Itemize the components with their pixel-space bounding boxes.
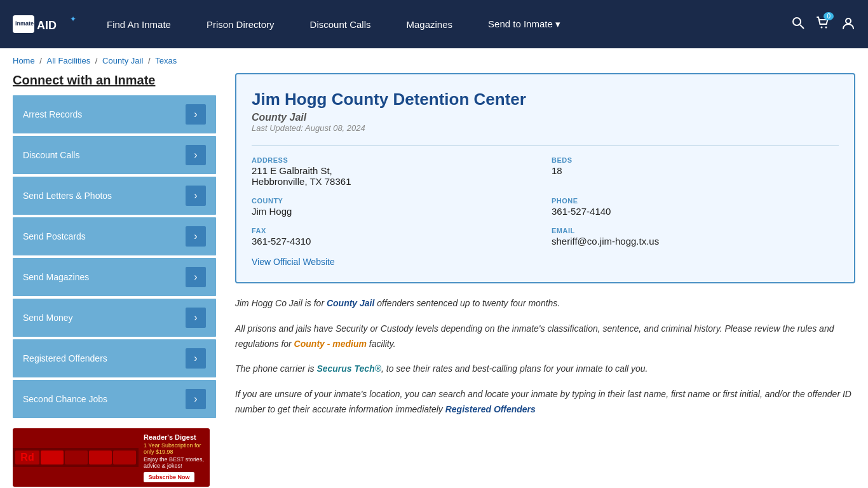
- ad-brand: Reader's Digest: [144, 433, 205, 441]
- beds-label: BEDS: [552, 156, 839, 164]
- description-block: Jim Hogg Co Jail is for County Jail offe…: [235, 296, 855, 417]
- svg-text:inmate: inmate: [15, 20, 34, 27]
- county-group: COUNTY Jim Hogg: [252, 197, 539, 217]
- breadcrumb-all-facilities[interactable]: All Facilities: [47, 56, 91, 65]
- phone-group: PHONE 361-527-4140: [552, 197, 839, 217]
- facility-name: Jim Hogg County Detention Center: [252, 90, 839, 109]
- facility-card: Jim Hogg County Detention Center County …: [235, 73, 855, 283]
- search-button[interactable]: [792, 17, 804, 32]
- sidebar-item-discount-calls-label: Discount Calls: [23, 150, 79, 160]
- nav-find-inmate[interactable]: Find An Inmate: [89, 0, 189, 48]
- arrow-icon: ›: [186, 186, 206, 206]
- fax-label: FAX: [252, 227, 539, 234]
- sidebar-item-send-magazines[interactable]: Send Magazines ›: [13, 258, 216, 296]
- fax-group: FAX 361-527-4310: [252, 227, 539, 247]
- desc-para2: All prisons and jails have Security or C…: [235, 322, 855, 352]
- ad-desc: Enjoy the BEST stories, advice & jokes!: [144, 456, 205, 469]
- sidebar-item-registered-offenders[interactable]: Registered Offenders ›: [13, 339, 216, 377]
- arrow-icon: ›: [186, 389, 206, 409]
- address-group: ADDRESS 211 E Galbraith St, Hebbronville…: [252, 156, 539, 187]
- nav-magazines[interactable]: Magazines: [388, 0, 470, 48]
- ad-subscribe-button[interactable]: Subscribe Now: [144, 472, 194, 482]
- address-value: 211 E Galbraith St, Hebbronville, TX 783…: [252, 165, 539, 187]
- sidebar-item-send-magazines-label: Send Magazines: [23, 272, 89, 282]
- sidebar: Connect with an Inmate Arrest Records › …: [13, 73, 216, 487]
- sidebar-item-send-letters-label: Send Letters & Photos: [23, 191, 112, 201]
- email-group: EMAIL sheriff@co.jim-hogg.tx.us: [552, 227, 839, 247]
- ad-images: Rd: [13, 448, 139, 467]
- svg-line-5: [800, 25, 804, 29]
- cart-badge: 0: [824, 12, 834, 20]
- main-layout: Connect with an Inmate Arrest Records › …: [0, 73, 868, 488]
- phone-label: PHONE: [552, 197, 839, 205]
- breadcrumb-texas[interactable]: Texas: [155, 56, 177, 65]
- logo[interactable]: inmate AID ✦: [13, 11, 89, 37]
- arrow-icon: ›: [186, 226, 206, 247]
- arrow-icon: ›: [186, 104, 206, 125]
- navbar: inmate AID ✦ Find An Inmate Prison Direc…: [0, 0, 868, 48]
- desc-para3: The phone carrier is Securus Tech®, to s…: [235, 362, 855, 377]
- sidebar-item-send-letters[interactable]: Send Letters & Photos ›: [13, 177, 216, 215]
- ad-content: Reader's Digest 1 Year Subscription for …: [139, 430, 210, 486]
- county-label: COUNTY: [252, 197, 539, 205]
- county-value: Jim Hogg: [252, 206, 539, 217]
- breadcrumb-county-jail[interactable]: County Jail: [102, 56, 143, 65]
- website-group: View Official Website: [252, 257, 839, 267]
- sidebar-item-arrest-records[interactable]: Arrest Records ›: [13, 95, 216, 133]
- search-icon: [792, 17, 804, 29]
- svg-point-8: [846, 18, 851, 24]
- sidebar-item-arrest-records-label: Arrest Records: [23, 109, 82, 119]
- svg-point-4: [793, 18, 801, 25]
- email-value: sheriff@co.jim-hogg.tx.us: [552, 236, 839, 247]
- breadcrumb: Home / All Facilities / County Jail / Te…: [0, 48, 868, 73]
- fax-value: 361-527-4310: [252, 236, 539, 247]
- ad-price: 1 Year Subscription for only $19.98: [144, 442, 205, 455]
- arrow-icon: ›: [186, 145, 206, 165]
- sidebar-item-second-chance-jobs-label: Second Chance Jobs: [23, 394, 107, 404]
- desc-para4: If you are unsure of your inmate's locat…: [235, 387, 855, 417]
- nav-icons: 0: [792, 16, 855, 33]
- website-link[interactable]: View Official Website: [252, 257, 335, 267]
- sidebar-item-second-chance-jobs[interactable]: Second Chance Jobs ›: [13, 380, 216, 418]
- svg-point-7: [825, 26, 827, 28]
- facility-type: County Jail: [252, 112, 839, 123]
- nav-send-to-inmate[interactable]: Send to Inmate ▾: [470, 0, 578, 48]
- user-button[interactable]: [841, 16, 855, 33]
- svg-text:AID: AID: [37, 19, 57, 32]
- arrow-icon: ›: [186, 267, 206, 287]
- email-label: EMAIL: [552, 227, 839, 234]
- user-icon: [841, 16, 855, 30]
- beds-group: BEDS 18: [552, 156, 839, 187]
- arrow-icon: ›: [186, 348, 206, 369]
- sidebar-item-send-postcards[interactable]: Send Postcards ›: [13, 217, 216, 255]
- sidebar-item-send-postcards-label: Send Postcards: [23, 231, 86, 241]
- beds-value: 18: [552, 165, 839, 176]
- sidebar-item-registered-offenders-label: Registered Offenders: [23, 353, 107, 363]
- sidebar-menu: Arrest Records › Discount Calls › Send L…: [13, 95, 216, 418]
- sidebar-item-send-money-label: Send Money: [23, 313, 73, 323]
- sidebar-ad[interactable]: Rd Reader's Digest 1 Year Subscription f…: [13, 428, 210, 487]
- nav-prison-directory[interactable]: Prison Directory: [189, 0, 292, 48]
- logo-svg: inmate AID ✦: [13, 11, 89, 37]
- address-label: ADDRESS: [252, 156, 539, 164]
- breadcrumb-home[interactable]: Home: [13, 56, 35, 65]
- svg-point-6: [821, 26, 823, 28]
- facility-updated: Last Updated: August 08, 2024: [252, 123, 839, 133]
- cart-button[interactable]: 0: [816, 16, 830, 33]
- main-content: Jim Hogg County Detention Center County …: [235, 73, 855, 487]
- nav-links: Find An Inmate Prison Directory Discount…: [89, 0, 792, 48]
- sidebar-item-discount-calls[interactable]: Discount Calls ›: [13, 136, 216, 174]
- nav-discount-calls[interactable]: Discount Calls: [292, 0, 389, 48]
- phone-value: 361-527-4140: [552, 206, 839, 217]
- desc-para1: Jim Hogg Co Jail is for County Jail offe…: [235, 296, 855, 311]
- arrow-icon: ›: [186, 308, 206, 328]
- sidebar-title: Connect with an Inmate: [13, 73, 216, 88]
- svg-text:✦: ✦: [70, 15, 76, 24]
- sidebar-item-send-money[interactable]: Send Money ›: [13, 299, 216, 337]
- facility-details: ADDRESS 211 E Galbraith St, Hebbronville…: [252, 146, 839, 267]
